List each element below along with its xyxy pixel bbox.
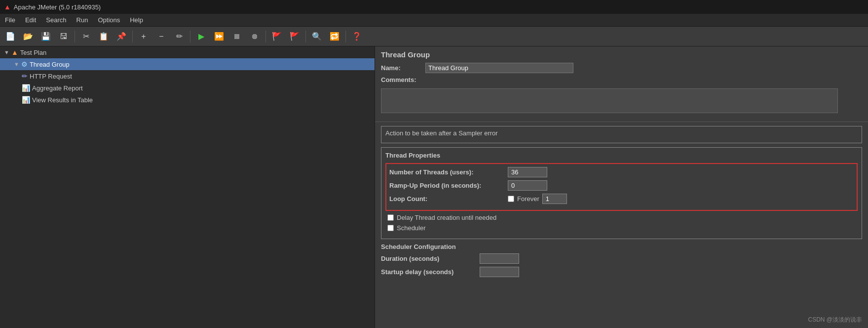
tree-label-http-request: HTTP Request bbox=[30, 73, 72, 80]
startup-delay-row: Startup delay (seconds) bbox=[381, 267, 862, 277]
tree-label-test-plan: Test Plan bbox=[20, 49, 46, 56]
forever-checkbox[interactable] bbox=[508, 196, 514, 202]
scheduler-row: Scheduler bbox=[385, 224, 858, 232]
tree-label-view-results: View Results in Table bbox=[32, 96, 93, 104]
name-field-row: Name: bbox=[381, 63, 862, 73]
ramp-up-label: Ramp-Up Period (in seconds): bbox=[389, 182, 508, 189]
separator-6 bbox=[345, 31, 346, 42]
scheduler-config-section: Scheduler Configuration Duration (second… bbox=[381, 243, 862, 277]
scheduler-checkbox[interactable] bbox=[387, 225, 394, 231]
thread-props-highlighted: Number of Threads (users): Ramp-Up Perio… bbox=[385, 163, 858, 211]
panel-title: Thread Group bbox=[381, 50, 862, 59]
sampler-section-title: Action to be taken after a Sampler error bbox=[385, 129, 858, 137]
thread-group-icon: ⚙ bbox=[21, 60, 28, 68]
new-button[interactable]: 📄 bbox=[2, 28, 19, 45]
search-icon-button[interactable]: 🔍 bbox=[308, 28, 325, 45]
separator-1 bbox=[75, 31, 75, 42]
menu-run[interactable]: Run bbox=[72, 15, 93, 25]
comments-field-row: Comments: bbox=[381, 76, 862, 83]
clear-button[interactable]: 🚩 bbox=[268, 28, 285, 45]
menu-bar: File Edit Search Run Options Help bbox=[0, 14, 868, 27]
sidebar-item-http-request[interactable]: ✏ HTTP Request bbox=[0, 70, 375, 82]
delay-thread-checkbox[interactable] bbox=[387, 214, 394, 221]
sidebar: ▼ ▲ Test Plan ▼ ⚙ Thread Group ✏ HTTP Re… bbox=[0, 46, 375, 328]
delay-thread-label: Delay Thread creation until needed bbox=[397, 214, 496, 221]
ramp-up-input[interactable] bbox=[508, 180, 547, 191]
arrow-icon-thread: ▼ bbox=[14, 61, 19, 67]
scheduler-config-title: Scheduler Configuration bbox=[381, 243, 862, 250]
separator-2 bbox=[132, 31, 133, 42]
help-button[interactable]: ❓ bbox=[348, 28, 365, 45]
toggle-button[interactable]: ✏ bbox=[171, 28, 188, 45]
right-panel: Thread Group Name: Comments: Action to b… bbox=[375, 46, 868, 328]
save-as-button[interactable]: 🖫 bbox=[55, 28, 72, 45]
loop-count-label: Loop Count: bbox=[389, 195, 508, 203]
sidebar-item-thread-group[interactable]: ▼ ⚙ Thread Group bbox=[0, 58, 375, 70]
separator-3 bbox=[190, 31, 190, 42]
remove-button[interactable]: − bbox=[153, 28, 170, 45]
app-title: Apache JMeter (5.0 r1840935) bbox=[14, 3, 101, 11]
startup-delay-label: Startup delay (seconds) bbox=[381, 268, 480, 276]
panel-header: Thread Group Name: Comments: bbox=[375, 46, 868, 122]
test-plan-icon: ▲ bbox=[11, 48, 18, 56]
open-button[interactable]: 📂 bbox=[20, 28, 37, 45]
separator-5 bbox=[305, 31, 306, 42]
thread-props-title: Thread Properties bbox=[385, 152, 858, 159]
menu-search[interactable]: Search bbox=[41, 15, 71, 25]
arrow-icon: ▼ bbox=[4, 49, 9, 55]
num-threads-label: Number of Threads (users): bbox=[389, 168, 508, 176]
shutdown-button[interactable]: ⏺ bbox=[246, 28, 263, 45]
add-button[interactable]: + bbox=[135, 28, 152, 45]
start-no-pause-button[interactable]: ⏩ bbox=[211, 28, 227, 45]
sidebar-item-aggregate-report[interactable]: 📊 Aggregate Report bbox=[0, 82, 375, 94]
ramp-up-row: Ramp-Up Period (in seconds): bbox=[389, 180, 854, 191]
paste-button[interactable]: 📌 bbox=[113, 28, 130, 45]
delay-thread-row: Delay Thread creation until needed bbox=[385, 214, 858, 221]
loop-count-input[interactable] bbox=[542, 194, 567, 204]
thread-properties-section: Thread Properties Number of Threads (use… bbox=[381, 147, 862, 239]
tree-label-aggregate-report: Aggregate Report bbox=[32, 84, 83, 92]
num-threads-input[interactable] bbox=[508, 167, 547, 177]
menu-options[interactable]: Options bbox=[93, 15, 125, 25]
cut-button[interactable]: ✂ bbox=[77, 28, 94, 45]
menu-help[interactable]: Help bbox=[125, 15, 148, 25]
separator-4 bbox=[265, 31, 266, 42]
watermark: CSDN @淡淡的说非 bbox=[808, 316, 862, 324]
comments-label: Comments: bbox=[381, 76, 425, 83]
name-input[interactable] bbox=[425, 63, 573, 73]
main-layout: ▼ ▲ Test Plan ▼ ⚙ Thread Group ✏ HTTP Re… bbox=[0, 46, 868, 328]
forever-label: Forever bbox=[517, 195, 539, 203]
aggregate-report-icon: 📊 bbox=[22, 84, 30, 92]
duration-row: Duration (seconds) bbox=[381, 253, 862, 264]
duration-input[interactable] bbox=[480, 253, 519, 264]
stop-button[interactable]: ⏹ bbox=[228, 28, 245, 45]
toolbar: 📄 📂 💾 🖫 ✂ 📋 📌 + − ✏ ▶ ⏩ ⏹ ⏺ 🚩 🚩 🔍 🔁 ❓ bbox=[0, 27, 868, 46]
sidebar-item-test-plan[interactable]: ▼ ▲ Test Plan bbox=[0, 46, 375, 58]
sidebar-item-view-results-table[interactable]: 📊 View Results in Table bbox=[0, 94, 375, 106]
comments-textarea[interactable] bbox=[381, 88, 838, 113]
menu-edit[interactable]: Edit bbox=[20, 15, 41, 25]
forever-group: Forever bbox=[508, 194, 567, 204]
duration-label: Duration (seconds) bbox=[381, 255, 480, 262]
view-results-icon: 📊 bbox=[22, 96, 30, 104]
copy-button[interactable]: 📋 bbox=[95, 28, 112, 45]
app-icon: ▲ bbox=[4, 3, 11, 11]
name-label: Name: bbox=[381, 64, 425, 72]
start-button[interactable]: ▶ bbox=[193, 28, 210, 45]
scheduler-label: Scheduler bbox=[397, 224, 426, 232]
tree-label-thread-group: Thread Group bbox=[30, 61, 70, 68]
http-request-icon: ✏ bbox=[22, 72, 28, 80]
title-bar: ▲ Apache JMeter (5.0 r1840935) bbox=[0, 0, 868, 14]
reset-button[interactable]: 🔁 bbox=[326, 28, 343, 45]
num-threads-row: Number of Threads (users): bbox=[389, 167, 854, 177]
save-button[interactable]: 💾 bbox=[38, 28, 54, 45]
clear-all-button[interactable]: 🚩 bbox=[286, 28, 303, 45]
loop-count-row: Loop Count: Forever bbox=[389, 194, 854, 204]
menu-file[interactable]: File bbox=[0, 15, 20, 25]
sampler-error-section: Action to be taken after a Sampler error bbox=[381, 126, 862, 143]
startup-delay-input[interactable] bbox=[480, 267, 519, 277]
